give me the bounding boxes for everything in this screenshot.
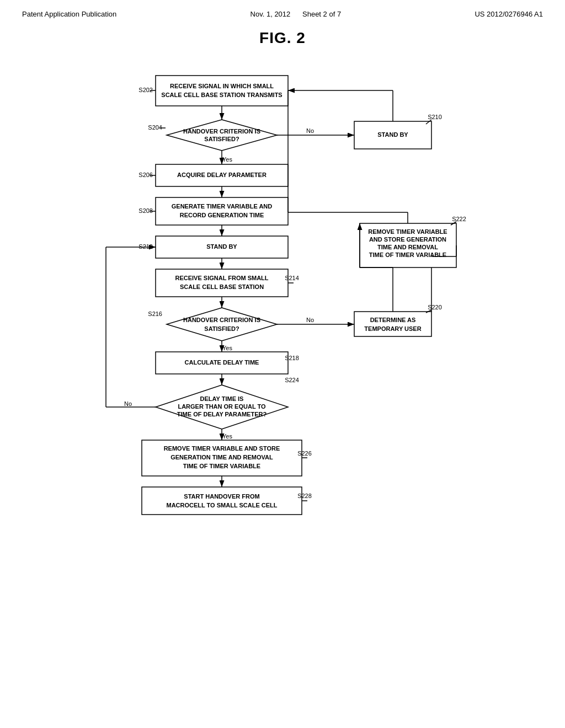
yes-label-s204: Yes (222, 156, 232, 163)
s228-text1: START HANDOVER FROM (184, 493, 259, 500)
s216-diamond (167, 308, 277, 341)
s222-text3: TIME AND REMOVAL (377, 244, 438, 250)
s220-label: S220 (428, 304, 442, 311)
s212-text: STAND BY (206, 243, 237, 250)
no-label-s216: No (306, 317, 314, 323)
header-sheet: Sheet 2 of 7 (302, 10, 341, 18)
s204-label: S204 (148, 124, 162, 131)
s226-text3: TIME OF TIMER VARIABLE (183, 463, 260, 469)
s226-text2: GENERATION TIME AND REMOVAL (170, 454, 273, 461)
s222-text1: REMOVE TIMER VARIABLE (368, 228, 447, 235)
s216-text1: HANDOVER CRITERION IS (183, 317, 260, 323)
s208-text2: RECORD GENERATION TIME (180, 212, 264, 218)
s202-box (156, 76, 288, 106)
s206-label: S206 (138, 172, 153, 178)
s202-text1: RECEIVE SIGNAL IN WHICH SMALL (170, 83, 274, 89)
s224-label: S224 (285, 377, 299, 383)
header-date: Nov. 1, 2012 (250, 10, 291, 18)
no-label-s224: No (124, 400, 132, 407)
header: Patent Application Publication Nov. 1, 2… (0, 0, 565, 24)
s202-label: S202 (138, 87, 153, 93)
s208-label: S208 (138, 207, 153, 214)
s210-text: STAND BY (377, 131, 408, 138)
s224-text3: TIME OF DELAY PARAMETER? (177, 411, 267, 417)
flowchart-svg: RECEIVE SIGNAL IN WHICH SMALL SCALE CELL… (34, 58, 531, 687)
diagram-area: FIG. 2 RECEIVE SIGNAL IN WHICH SMALL SCA… (0, 24, 565, 687)
yes-label-s216: Yes (222, 345, 232, 351)
s214-text1: RECEIVE SIGNAL FROM SMALL (175, 275, 268, 281)
s216-label: S216 (148, 311, 162, 317)
s226-label: S226 (297, 450, 312, 457)
s202-text2: SCALE CELL BASE STATION TRANSMITS (161, 92, 282, 98)
s220-text2: TEMPORARY USER (364, 325, 421, 332)
s228-label: S228 (297, 493, 312, 499)
flowchart-container: RECEIVE SIGNAL IN WHICH SMALL SCALE CELL… (0, 58, 565, 687)
no-label-s204: No (306, 127, 314, 134)
s218-label: S218 (285, 355, 299, 361)
s204-text2: SATISFIED? (204, 136, 239, 142)
s226-text1: REMOVE TIMER VARIABLE AND STORE (164, 445, 280, 452)
figure-title: FIG. 2 (0, 29, 565, 47)
s224-text1: DELAY TIME IS (200, 395, 244, 402)
s222-label: S222 (452, 216, 466, 222)
s216-text2: SATISFIED? (204, 325, 239, 332)
s222-text2: AND STORE GENERATION (369, 236, 446, 243)
s224-text2: LARGER THAN OR EQUAL TO (178, 403, 266, 410)
header-patent: US 2012/0276946 A1 (475, 10, 543, 18)
s208-text1: GENERATE TIMER VARIABLE AND (172, 203, 273, 210)
s214-label: S214 (285, 275, 299, 281)
s206-text: ACQUIRE DELAY PARAMETER (177, 172, 266, 178)
s210-label: S210 (428, 114, 442, 120)
s220-text1: DETERMINE AS (370, 317, 416, 323)
s204-text1: HANDOVER CRITERION IS (183, 128, 260, 135)
header-publication: Patent Application Publication (22, 10, 116, 18)
s222-text4: TIME OF TIMER VARIABLE (369, 251, 446, 258)
s218-text: CALCULATE DELAY TIME (185, 359, 259, 366)
s212-label: S212 (138, 243, 153, 250)
s228-text2: MACROCELL TO SMALL SCALE CELL (166, 502, 277, 508)
s228-box (142, 487, 302, 515)
s220-box (354, 312, 431, 336)
s214-text2: SCALE CELL BASE STATION (180, 283, 264, 290)
header-date-sheet: Nov. 1, 2012 Sheet 2 of 7 (250, 10, 342, 18)
yes-label-s224: Yes (222, 433, 232, 440)
